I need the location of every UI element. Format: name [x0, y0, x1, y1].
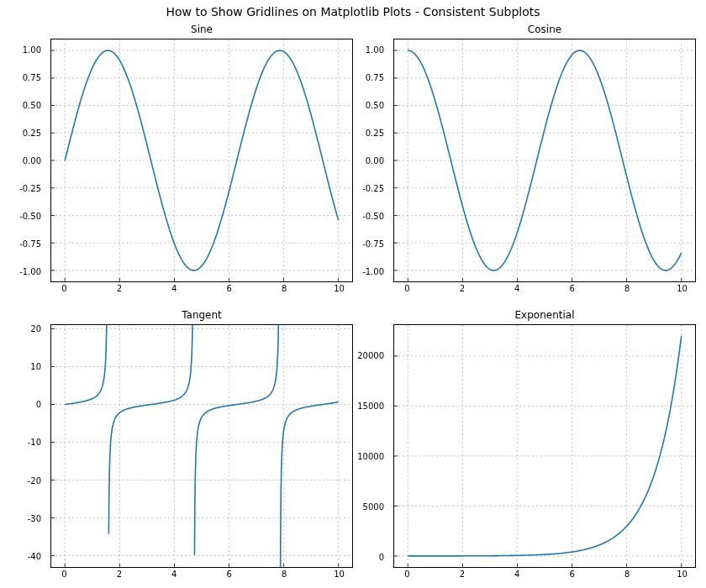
y-tick-label: -1.00: [19, 266, 41, 276]
x-tick-labels: 0246810: [50, 568, 353, 581]
x-tick-label: 0: [61, 570, 66, 579]
x-tick-labels: 0246810: [50, 282, 353, 296]
x-tick-label: 10: [334, 570, 345, 579]
axes-title: Tangent: [50, 309, 353, 321]
axes-area: [393, 39, 696, 282]
axes-area: [50, 39, 353, 282]
y-tick-label: 0.25: [23, 129, 41, 138]
x-tick-labels: 0246810: [393, 282, 696, 296]
y-tick-label: 0.25: [366, 129, 384, 138]
y-tick-label: 15000: [357, 402, 384, 411]
y-tick-labels: -1.00-0.75-0.50-0.250.000.250.500.751.00: [347, 39, 389, 282]
x-tick-label: 2: [460, 570, 465, 579]
figure-suptitle: How to Show Gridlines on Matplotlib Plot…: [0, 5, 706, 18]
plot-svg: [394, 39, 695, 281]
x-tick-label: 2: [117, 284, 122, 293]
axes-title: Exponential: [393, 309, 696, 321]
x-tick-label: 4: [514, 284, 519, 293]
x-tick-label: 10: [677, 570, 688, 579]
y-tick-label: 0.75: [23, 73, 41, 82]
y-tick-label: 10000: [357, 451, 384, 460]
x-tick-label: 0: [404, 570, 409, 579]
x-tick-label: 6: [570, 284, 575, 293]
y-tick-label: 5000: [363, 501, 384, 511]
y-tick-labels: 05000100001500020000: [347, 324, 389, 568]
x-tick-label: 6: [227, 570, 232, 579]
subplot-cosine: Cosine -1.00-0.75-0.50-0.250.000.250.500…: [393, 39, 696, 282]
x-tick-label: 8: [624, 284, 630, 293]
y-tick-label: 0: [36, 400, 41, 409]
y-tick-label: -0.75: [362, 239, 384, 248]
subplot-tangent: Tangent -40-30-20-1001020 0246810: [50, 324, 353, 568]
y-tick-label: 20: [30, 323, 41, 333]
plot-svg: [394, 325, 695, 567]
x-tick-label: 2: [460, 284, 465, 293]
y-tick-labels: -1.00-0.75-0.50-0.250.000.250.500.751.00: [4, 39, 46, 282]
x-tick-label: 10: [334, 284, 345, 293]
x-tick-label: 4: [514, 570, 519, 579]
y-tick-label: 0.50: [366, 101, 384, 110]
y-tick-label: -40: [28, 552, 41, 561]
y-tick-label: 0: [379, 552, 384, 561]
y-tick-label: -10: [28, 438, 41, 447]
y-tick-label: -0.25: [19, 183, 41, 192]
y-tick-label: -0.75: [19, 239, 41, 248]
line-series: [65, 325, 338, 567]
y-tick-label: -0.25: [362, 183, 384, 192]
plot-svg: [51, 325, 352, 567]
subplot-exponential: Exponential 05000100001500020000 0246810: [393, 324, 696, 568]
x-tick-label: 6: [227, 284, 232, 293]
y-tick-label: 1.00: [23, 45, 41, 55]
x-tick-label: 6: [570, 570, 575, 579]
x-tick-label: 2: [117, 570, 122, 579]
axes-title: Sine: [50, 24, 353, 35]
axes-area: [50, 324, 353, 568]
x-tick-label: 8: [282, 284, 287, 293]
y-tick-label: -30: [28, 514, 41, 523]
y-tick-label: -0.50: [19, 211, 41, 220]
y-tick-label: -1.00: [362, 266, 384, 276]
axes-area: [393, 324, 696, 568]
figure: How to Show Gridlines on Matplotlib Plot…: [0, 0, 706, 588]
x-tick-label: 8: [282, 570, 287, 579]
y-tick-label: 0.75: [366, 73, 384, 82]
y-tick-label: 0.00: [23, 156, 41, 165]
x-tick-label: 4: [171, 284, 176, 293]
subplot-sine: Sine -1.00-0.75-0.50-0.250.000.250.500.7…: [50, 39, 353, 282]
y-tick-label: 0.50: [23, 101, 41, 110]
x-tick-label: 0: [404, 284, 409, 293]
x-tick-label: 4: [171, 570, 176, 579]
y-tick-label: 10: [30, 361, 41, 370]
y-tick-label: -0.50: [362, 211, 384, 220]
y-tick-label: 0.00: [366, 156, 384, 165]
y-tick-label: 1.00: [366, 45, 384, 55]
y-tick-labels: -40-30-20-1001020: [4, 324, 46, 568]
plot-svg: [51, 39, 352, 281]
axes-title: Cosine: [393, 24, 696, 35]
x-tick-labels: 0246810: [393, 568, 696, 581]
line-series: [408, 336, 681, 556]
y-tick-label: 20000: [357, 351, 384, 360]
y-tick-label: -20: [28, 475, 41, 485]
x-tick-label: 0: [61, 284, 66, 293]
x-tick-label: 8: [624, 570, 630, 579]
x-tick-label: 10: [677, 284, 688, 293]
